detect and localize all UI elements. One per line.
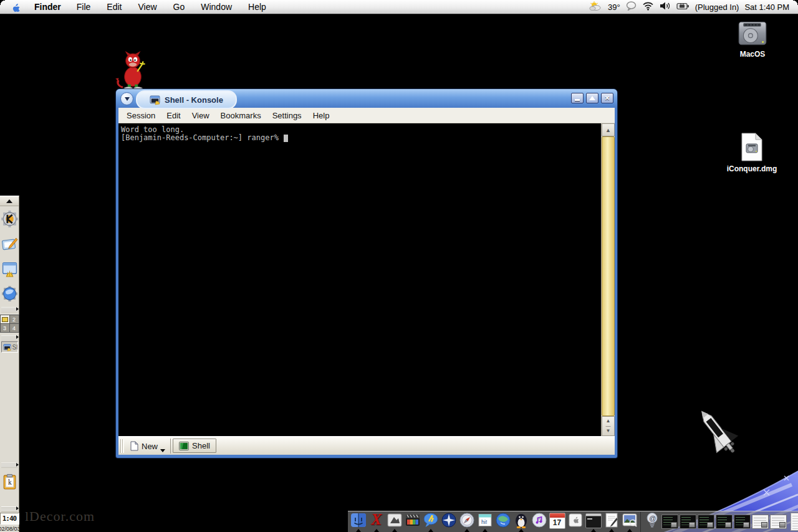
dock-icon-min-terminal-5[interactable]	[734, 511, 751, 532]
scroll-updown-button[interactable]: ▲—▼	[602, 416, 615, 436]
dock-icon-min-terminal-4[interactable]	[716, 511, 733, 532]
konsole-menu-view[interactable]: View	[186, 111, 215, 120]
dock-icon-ichat[interactable]	[422, 511, 439, 532]
wifi-icon[interactable]	[642, 1, 654, 12]
running-indicator	[591, 529, 596, 532]
dock-icon-min-terminal-2[interactable]	[680, 511, 696, 532]
running-indicator	[519, 529, 524, 532]
panel-hide-button[interactable]	[0, 196, 19, 206]
desktop-settings-button[interactable]	[1, 235, 18, 252]
dock-icon-x11[interactable]: X	[368, 511, 385, 532]
dock-icon-textedit[interactable]	[603, 511, 620, 532]
konsole-menu-bookmarks[interactable]: Bookmarks	[215, 111, 267, 120]
scrollbar[interactable]: ▲ ▲—▼	[601, 123, 615, 436]
dock-icon-mail[interactable]: @	[643, 511, 660, 532]
volume-icon[interactable]	[660, 1, 671, 12]
new-session-button[interactable]: New	[126, 440, 168, 452]
minimize-button[interactable]	[571, 93, 584, 103]
show-desktop-button[interactable]	[1, 260, 18, 277]
ichat-menu-icon[interactable]	[626, 1, 637, 12]
window-menu-button[interactable]	[120, 92, 133, 105]
dock-icon-iphoto[interactable]	[621, 511, 638, 532]
chevron-right-icon	[16, 463, 19, 467]
svg-text:k: k	[7, 478, 11, 486]
clipboard-icon: k	[1, 473, 18, 490]
dock-icon-min-window-1[interactable]	[752, 511, 769, 532]
toolbar-grip[interactable]	[120, 439, 124, 453]
dock-icon-min-window-2[interactable]	[770, 511, 787, 532]
panel-clock[interactable]: 1:40	[0, 513, 19, 525]
dock-icon-ical[interactable]: 17	[549, 511, 565, 532]
wallpaper-watermark: lDecor.com	[25, 508, 95, 525]
desktop-icon-iconquer-dmg[interactable]: iConquer.dmg	[723, 132, 781, 173]
konsole-menu-help[interactable]: Help	[307, 111, 335, 120]
panel-handle[interactable]	[1, 463, 17, 468]
panel-handle[interactable]	[1, 335, 17, 340]
dock-icon-finder[interactable]	[350, 511, 367, 532]
menu-go[interactable]: Go	[165, 2, 193, 12]
terminal-output[interactable]: Word too long.[Benjamin-Reeds-Computer:~…	[118, 123, 601, 436]
konsole-menu-settings[interactable]: Settings	[267, 111, 307, 120]
screen-corner	[793, 0, 798, 5]
kmenu-button[interactable]	[1, 210, 18, 227]
terminal-cursor	[284, 135, 288, 142]
desktop-icon-label: iConquer.dmg	[727, 164, 777, 173]
weather-icon[interactable]	[589, 1, 602, 13]
mac-menu-bar: Finder FileEditViewGoWindowHelp 39°	[0, 0, 798, 14]
dock-icon-terminal[interactable]	[585, 511, 602, 532]
konsole-menu-session[interactable]: Session	[121, 111, 161, 120]
dock-icon-preview[interactable]	[386, 511, 403, 532]
running-indicator	[483, 529, 488, 532]
klipper-button[interactable]: k	[1, 473, 18, 490]
taskbar-item-label: Sh	[12, 344, 18, 351]
title-tab[interactable]: Shell - Konsole	[136, 90, 237, 109]
pager-desktop-2[interactable]: 2	[10, 315, 19, 323]
desktop-icon-macos[interactable]: MacOS	[724, 20, 781, 59]
panel-date[interactable]: 02/08/03	[0, 526, 21, 532]
maximize-icon	[589, 96, 595, 100]
dock-icon-applebox[interactable]	[567, 511, 584, 532]
menu-bar-clock[interactable]: Sat 1:40 PM	[744, 2, 789, 12]
title-bar[interactable]: Shell - Konsole ✕	[116, 89, 617, 108]
scroll-up-button[interactable]: ▲	[602, 123, 615, 136]
taskbar-item-shell[interactable]: Sh	[1, 341, 18, 353]
dock-icon-imovie[interactable]	[404, 511, 421, 532]
menu-file[interactable]: File	[69, 2, 99, 12]
dock-icon-min-terminal-1[interactable]	[661, 511, 678, 532]
weather-temperature[interactable]: 39°	[608, 2, 620, 12]
menu-app-name[interactable]: Finder	[27, 2, 69, 12]
maximize-button[interactable]	[586, 93, 598, 103]
battery-icon[interactable]	[676, 2, 690, 12]
close-button[interactable]: ✕	[601, 93, 613, 103]
window-shell-icon	[1, 260, 18, 277]
panel-handle[interactable]	[1, 506, 17, 511]
dock-icon-safari[interactable]	[458, 511, 475, 532]
dock-icon-itunes[interactable]	[531, 511, 547, 532]
new-session-icon	[129, 441, 139, 451]
dock-icon-stickies[interactable]: hi!	[476, 511, 493, 532]
scrollbar-thumb[interactable]	[602, 136, 615, 416]
dock-icon-penguin[interactable]	[512, 511, 529, 532]
chevron-up-icon	[6, 199, 12, 203]
close-icon: ✕	[605, 95, 610, 102]
dock-icon-explorer[interactable]	[440, 511, 457, 532]
pager-desktop-4[interactable]: 4	[10, 324, 19, 332]
running-indicator	[627, 529, 632, 532]
konsole-menu-edit[interactable]: Edit	[161, 111, 186, 120]
dock-icon-globe[interactable]	[494, 511, 511, 532]
dock-icon-min-window-3[interactable]	[788, 511, 798, 532]
konqueror-button[interactable]	[1, 285, 18, 302]
apple-menu-icon[interactable]	[11, 2, 21, 12]
dock-icon-min-terminal-3[interactable]	[698, 511, 714, 532]
running-indicator	[428, 529, 433, 532]
tab-shell[interactable]: Shell	[173, 439, 216, 453]
menu-view[interactable]: View	[130, 2, 165, 12]
menu-help[interactable]: Help	[240, 2, 274, 12]
pager-desktop-1[interactable]	[1, 315, 9, 323]
battery-status[interactable]: (Plugged In)	[695, 2, 739, 12]
menu-edit[interactable]: Edit	[99, 2, 130, 12]
menu-window[interactable]: Window	[193, 2, 240, 12]
screen-corner	[0, 0, 5, 5]
pager-desktop-3[interactable]: 3	[1, 324, 9, 332]
panel-handle[interactable]	[1, 307, 17, 312]
